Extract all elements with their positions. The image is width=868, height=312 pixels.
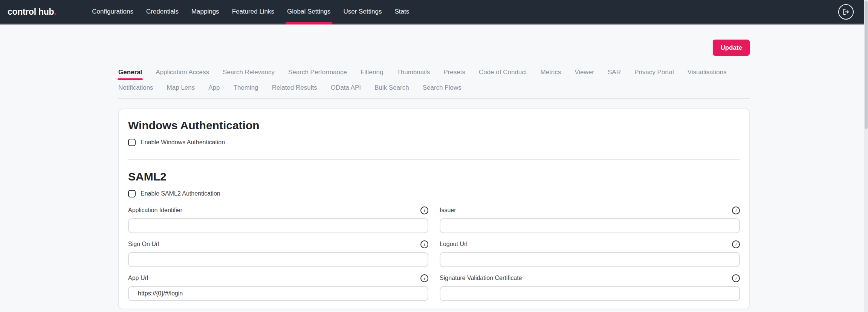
field-input[interactable] — [128, 218, 428, 233]
tab-label: Theming — [234, 84, 258, 92]
field-input[interactable] — [440, 218, 740, 233]
nav-item[interactable]: Mappings — [191, 0, 219, 23]
tab-label: Search Performance — [288, 69, 347, 76]
settings-tab[interactable]: Search Flows — [423, 80, 462, 96]
tab-label: Map Lens — [167, 84, 195, 92]
field-input[interactable] — [128, 252, 428, 267]
page-content: Update General Application Access Search… — [118, 40, 750, 309]
settings-tab[interactable]: General — [118, 65, 142, 80]
saml2-fields-grid: Application Identifier i Issuer i Si — [128, 205, 740, 301]
settings-tab[interactable]: Application Access — [156, 65, 209, 80]
nav-item-label: Mappings — [191, 8, 219, 15]
info-icon[interactable]: i — [732, 274, 740, 282]
tab-label: Related Results — [272, 84, 317, 92]
tab-label: Presets — [443, 69, 465, 76]
nav-item[interactable]: User Settings — [343, 0, 382, 23]
enable-saml2-row: Enable SAML2 Authentication — [128, 190, 740, 198]
windows-auth-title: Windows Authentication — [128, 119, 740, 132]
settings-tab[interactable]: Metrics — [541, 65, 561, 80]
form-field: Application Identifier i — [128, 205, 428, 233]
field-header: Application Identifier i — [128, 205, 428, 215]
field-input[interactable] — [440, 252, 740, 267]
settings-tab[interactable]: Search Performance — [288, 65, 347, 80]
enable-saml2-checkbox[interactable] — [128, 190, 136, 197]
field-header: App Url i — [128, 273, 428, 283]
nav-item[interactable]: Credentials — [146, 0, 179, 23]
nav-item-label: Global Settings — [287, 8, 330, 15]
top-navbar: control hub. Configurations Credentials … — [0, 0, 868, 24]
brand-dot: . — [54, 7, 56, 17]
tab-label: Viewer — [575, 69, 594, 76]
tab-label: Bulk Search — [374, 84, 409, 92]
logout-button[interactable] — [838, 4, 854, 20]
tab-label: Code of Conduct — [479, 69, 527, 76]
form-field: Logout Url i — [440, 239, 740, 267]
settings-tab[interactable]: Map Lens — [167, 80, 195, 96]
info-icon[interactable]: i — [732, 206, 740, 214]
enable-saml2-label: Enable SAML2 Authentication — [141, 190, 220, 197]
form-field: App Url i — [128, 273, 428, 301]
info-icon[interactable]: i — [732, 240, 740, 248]
field-label: Application Identifier — [128, 207, 182, 214]
update-row: Update — [118, 40, 750, 56]
info-icon[interactable]: i — [420, 240, 428, 248]
settings-tab[interactable]: Thumbnails — [397, 65, 430, 80]
update-button[interactable]: Update — [713, 40, 750, 56]
settings-tab[interactable]: Code of Conduct — [479, 65, 527, 80]
settings-tab[interactable]: Bulk Search — [374, 80, 409, 96]
tab-label: Thumbnails — [397, 69, 430, 76]
settings-tab[interactable]: App — [208, 80, 220, 96]
nav-item-label: User Settings — [343, 8, 382, 15]
nav-item-label: Stats — [394, 8, 409, 15]
settings-tab[interactable]: Viewer — [575, 65, 594, 80]
tab-label: Search Relevancy — [223, 69, 275, 76]
logout-icon — [842, 8, 850, 16]
field-header: Logout Url i — [440, 239, 740, 249]
enable-windows-auth-label: Enable Windows Authentication — [141, 139, 225, 146]
settings-tab[interactable]: OData API — [331, 80, 361, 96]
nav-item-label: Credentials — [146, 8, 179, 15]
form-field: Sign On Url i — [128, 239, 428, 267]
saml2-title: SAML2 — [128, 170, 740, 184]
settings-tab[interactable]: Filtering — [361, 65, 383, 80]
tab-label: Notifications — [118, 84, 153, 92]
settings-tabs-row-2: Notifications Map Lens App Theming Relat… — [118, 80, 750, 96]
settings-tab[interactable]: Search Relevancy — [223, 65, 275, 80]
tab-label: App — [208, 84, 220, 92]
info-icon[interactable]: i — [420, 274, 428, 282]
settings-card: Windows Authentication Enable Windows Au… — [118, 109, 750, 309]
nav-item[interactable]: Stats — [394, 0, 409, 23]
nav-item[interactable]: Global Settings — [287, 0, 330, 23]
field-header: Sign On Url i — [128, 239, 428, 249]
field-label: Issuer — [440, 207, 456, 214]
enable-windows-auth-checkbox[interactable] — [128, 139, 136, 146]
field-label: Logout Url — [440, 241, 468, 248]
field-label: Sign On Url — [128, 241, 159, 248]
page-scrollbar-thumb[interactable] — [865, 1, 868, 129]
info-icon[interactable]: i — [420, 206, 428, 214]
field-label: Signature Validation Certificate — [440, 275, 522, 281]
brand-logo[interactable]: control hub. — [8, 7, 56, 17]
nav-item[interactable]: Configurations — [92, 0, 133, 23]
settings-tab[interactable]: Related Results — [272, 80, 317, 96]
field-input[interactable] — [128, 286, 428, 301]
enable-windows-auth-row: Enable Windows Authentication — [128, 138, 740, 147]
nav-item-label: Featured Links — [232, 8, 274, 15]
nav-item[interactable]: Featured Links — [232, 0, 274, 23]
settings-tab[interactable]: Theming — [234, 80, 258, 96]
section-divider — [128, 159, 740, 160]
field-input[interactable] — [440, 286, 740, 301]
field-label: App Url — [128, 275, 148, 281]
settings-tab[interactable]: Presets — [443, 65, 465, 80]
nav-menu: Configurations Credentials Mappings Feat… — [92, 0, 409, 23]
tab-label: Visualisations — [688, 69, 727, 76]
field-header: Signature Validation Certificate i — [440, 273, 740, 283]
settings-tab[interactable]: Notifications — [118, 80, 153, 96]
settings-tab[interactable]: Privacy Portal — [634, 65, 674, 80]
settings-tab[interactable]: Visualisations — [688, 65, 727, 80]
settings-tab[interactable]: SAR — [608, 65, 621, 80]
form-field: Issuer i — [440, 205, 740, 233]
tabs-divider — [118, 98, 750, 99]
form-field: Signature Validation Certificate i — [440, 273, 740, 301]
brand-name: control hub — [8, 7, 54, 17]
